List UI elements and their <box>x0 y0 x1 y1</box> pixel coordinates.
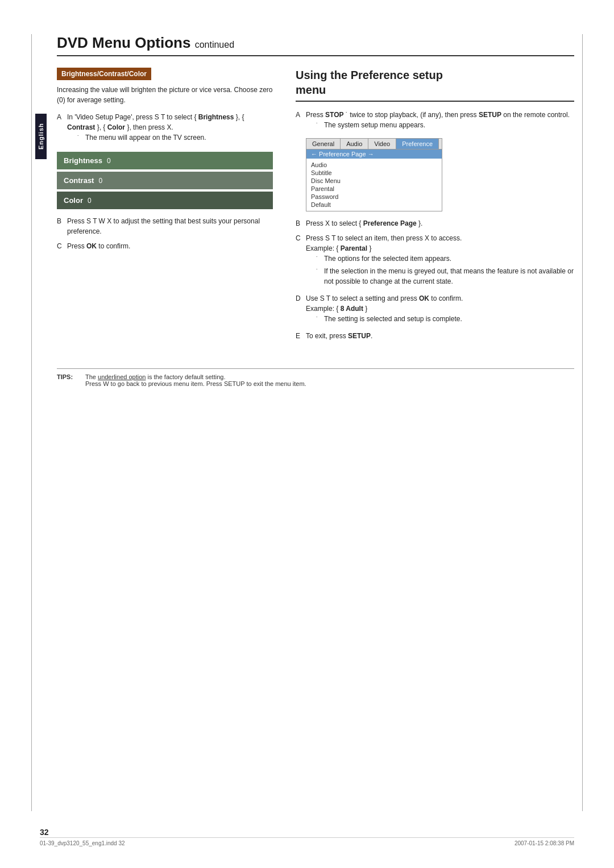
step-b-left: B Press S T W X to adjust the setting th… <box>57 216 273 236</box>
tab-audio: Audio <box>341 139 368 149</box>
step-a-text-left: In 'Video Setup Page', press S T to sele… <box>67 112 273 145</box>
step-letter-c-right: C <box>296 233 302 289</box>
step-a-text-right: Press STOP ˙ twice to stop playback, (if… <box>306 110 574 132</box>
pref-page-label: ← Preference Page → <box>311 151 374 157</box>
border-right <box>582 34 583 811</box>
brightness-value: 0 <box>107 157 111 165</box>
heading-line1: Using the Preference setup <box>296 69 443 81</box>
step-letter-a-right: A <box>296 110 302 132</box>
brightness-label: Brightness <box>64 156 102 165</box>
tab-general: General <box>306 139 341 149</box>
tips-label-blank <box>57 380 80 387</box>
step-a-substep: ˙ The menu will appear on the TV screen. <box>77 132 273 143</box>
pref-page-row: ← Preference Page → <box>306 149 442 159</box>
step-c-substep2: ˙ If the selection in the menu is greyed… <box>316 266 574 286</box>
step-d-text-right: Use S T to select a setting and press OK… <box>306 293 574 326</box>
pref-item-discmenu: Disc Menu <box>311 177 437 185</box>
step-letter-b-left: B <box>57 216 64 236</box>
substep-c2-text: If the selection in the menu is greyed o… <box>324 266 574 286</box>
step-b-text-left: Press S T W X to adjust the setting that… <box>67 216 273 236</box>
step-d-right: D Use S T to select a setting and press … <box>296 293 574 326</box>
pref-item-default: Default <box>311 201 437 209</box>
step-b-right: B Press X to select { Preference Page }. <box>296 218 574 229</box>
tips-underlined: underlined option <box>98 373 146 380</box>
tips-section: TIPS: The underlined option is the facto… <box>57 368 574 387</box>
step-letter-e-right: E <box>296 331 302 341</box>
color-label: Color <box>64 196 83 205</box>
tab-video: Video <box>368 139 396 149</box>
step-letter-d-right: D <box>296 293 302 326</box>
contrast-row: Contrast 0 <box>57 172 273 189</box>
sub-bullet: ˙ <box>77 134 82 143</box>
pref-item-parental: Parental <box>311 185 437 193</box>
contrast-value: 0 <box>98 177 102 185</box>
pref-item-password: Password <box>311 193 437 201</box>
contrast-label: Contrast <box>64 176 94 185</box>
step-c-substep1: ˙ The options for the selected item appe… <box>316 254 574 264</box>
pref-item-audio: Audio <box>311 161 437 169</box>
english-sidebar-label: English <box>35 114 47 159</box>
title-text: DVD Menu Options <box>57 34 190 51</box>
step-a-left: A In 'Video Setup Page', press S T to se… <box>57 112 273 145</box>
sub-bullet-d1: ˙ <box>316 315 321 324</box>
tab-preference: Preference <box>396 139 439 149</box>
sub-bullet-right: ˙ <box>316 121 321 130</box>
right-section-heading: Using the Preference setup menu <box>296 68 574 102</box>
sub-bullet-c1: ˙ <box>316 255 321 264</box>
page-number: 32 <box>40 828 49 837</box>
step-d-substep1: ˙ The setting is selected and setup is c… <box>316 314 574 324</box>
tips-row1: TIPS: The underlined option is the facto… <box>57 373 574 380</box>
sub-bullet-c2: ˙ <box>316 267 321 286</box>
tips-line1: The underlined option is the factory def… <box>85 373 574 380</box>
step-c-text-right: Press S T to select an item, then press … <box>306 233 574 289</box>
left-section-header: Brightness/Contrast/Color <box>57 68 151 80</box>
left-column: Brightness/Contrast/Color Increasing the… <box>57 68 273 346</box>
color-value: 0 <box>88 197 92 205</box>
right-column: Using the Preference setup menu A Press … <box>296 68 574 346</box>
step-a-right-substep: ˙ The system setup menu appears. <box>316 120 574 130</box>
preference-ui-table: General Audio Video Preference ← Prefere… <box>306 138 442 211</box>
step-letter-b-right: B <box>296 218 302 229</box>
step-a-right: A Press STOP ˙ twice to stop playback, (… <box>296 110 574 132</box>
step-c-text-left: Press OK to confirm. <box>67 241 273 251</box>
brightness-row: Brightness 0 <box>57 152 273 169</box>
color-row: Color 0 <box>57 192 273 209</box>
step-letter-c-left: C <box>57 241 64 251</box>
heading-line2: menu <box>296 84 326 96</box>
substep-text-right: The system setup menu appears. <box>324 120 425 130</box>
pref-item-subtitle: Subtitle <box>311 169 437 177</box>
substep-d1-text: The setting is selected and setup is com… <box>324 314 462 324</box>
tips-line2: Press W to go back to previous menu item… <box>85 380 574 387</box>
title-continued: continued <box>195 40 234 49</box>
step-e-right: E To exit, press SETUP. <box>296 331 574 341</box>
step-c-left: C Press OK to confirm. <box>57 241 273 251</box>
content-columns: Brightness/Contrast/Color Increasing the… <box>57 68 574 346</box>
substep-c1-text: The options for the selected item appear… <box>324 254 451 264</box>
pref-items: Audio Subtitle Disc Menu Parental Passwo… <box>306 159 442 211</box>
footer-left: 01-39_dvp3120_55_eng1.indd 32 <box>40 840 125 846</box>
footer-info: 01-39_dvp3120_55_eng1.indd 32 2007-01-15… <box>40 837 574 846</box>
step-c-right: C Press S T to select an item, then pres… <box>296 233 574 289</box>
step-b-text-right: Press X to select { Preference Page }. <box>306 218 574 229</box>
left-section-intro: Increasing the value will brighten the p… <box>57 85 273 105</box>
tips-label: TIPS: <box>57 373 80 380</box>
tips-row2: Press W to go back to previous menu item… <box>57 380 574 387</box>
page-wrapper: English DVD Menu Options continued Brigh… <box>0 0 614 868</box>
step-e-text-right: To exit, press SETUP. <box>306 331 574 341</box>
border-left <box>31 34 32 811</box>
footer-right: 2007-01-15 2:08:38 PM <box>515 840 574 846</box>
pref-tabs: General Audio Video Preference <box>306 139 442 149</box>
substep-text: The menu will appear on the TV screen. <box>85 132 206 143</box>
main-title: DVD Menu Options continued <box>57 34 574 56</box>
step-letter-a-left: A <box>57 112 64 145</box>
bc-ui: Brightness 0 Contrast 0 Color 0 <box>57 152 273 209</box>
